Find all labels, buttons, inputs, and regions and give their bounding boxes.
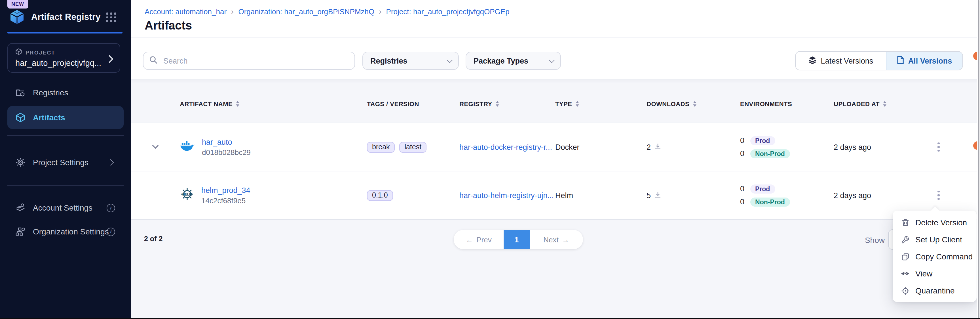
nonprod-badge: Non-Prod <box>750 149 790 158</box>
all-versions-button[interactable]: All Versions <box>886 52 963 70</box>
new-badge: NEW <box>7 0 28 8</box>
page-size-label: Show <box>860 236 885 245</box>
artifact-name-link[interactable]: helm_prod_34 <box>201 186 250 195</box>
latest-versions-button[interactable]: Latest Versions <box>796 52 886 70</box>
column-header-downloads[interactable]: DOWNLOADS <box>646 100 740 107</box>
sidebar-item-account-settings[interactable]: Account Settings i <box>7 196 124 219</box>
menu-item-copy-command[interactable]: Copy Command <box>892 248 977 265</box>
downloads-count: 2 <box>646 143 651 151</box>
environments-cell: 0 Prod 0 Non-Prod <box>740 184 834 206</box>
column-header-artifact-name[interactable]: ARTIFACT NAME <box>180 100 367 107</box>
version-chip: 0.1.0 <box>367 190 393 201</box>
package-types-filter-dropdown[interactable]: Package Types <box>466 52 561 70</box>
sort-icon[interactable] <box>575 101 579 107</box>
menu-item-view[interactable]: View <box>892 265 977 282</box>
registries-filter-dropdown[interactable]: Registries <box>363 52 459 70</box>
sort-icon[interactable] <box>236 101 239 107</box>
sort-icon[interactable] <box>693 101 696 107</box>
column-label: TYPE <box>555 100 572 107</box>
scrollbar-gutter <box>977 0 980 319</box>
search-icon <box>149 55 158 66</box>
sidebar-divider <box>7 135 124 136</box>
sidebar-item-artifacts[interactable]: Artifacts <box>7 106 124 129</box>
column-header-registry[interactable]: REGISTRY <box>460 100 555 107</box>
column-header-type[interactable]: TYPE <box>555 100 646 107</box>
breadcrumb-account-link[interactable]: Account: automation_har <box>145 7 227 16</box>
next-page-button[interactable]: Next → <box>530 230 583 249</box>
page-number-button[interactable]: 1 <box>504 230 530 249</box>
sort-icon[interactable] <box>496 101 499 107</box>
artifact-name-cell: har_auto d018b028bc29 <box>180 138 367 156</box>
column-header-environments: ENVIRONMENTS <box>740 100 834 107</box>
sidebar-item-registries[interactable]: Registries <box>7 81 124 104</box>
project-selector[interactable]: PROJECT har_auto_projectjvfgq... <box>7 43 120 73</box>
sidebar-item-label: Project Settings <box>33 158 89 167</box>
table-row: HELM helm_prod_34 14c2cf68f9e5 0.1.0 har… <box>131 171 977 219</box>
download-icon <box>654 191 661 199</box>
table-header: ARTIFACT NAME TAGS / VERSION REGISTRY TY… <box>131 85 977 123</box>
scrollbar-thumb[interactable] <box>977 0 980 319</box>
registry-link[interactable]: har-auto-docker-registry-r... <box>460 143 552 152</box>
column-header-tags-version: TAGS / VERSION <box>367 100 460 107</box>
menu-item-quarantine[interactable]: Quarantine <box>892 282 977 299</box>
uploaded-at-cell: 2 days ago <box>834 143 927 151</box>
env-count: 0 <box>740 185 745 193</box>
artifact-digest: d018b028bc29 <box>202 148 251 156</box>
sidebar-item-project-settings[interactable]: Project Settings <box>7 151 124 174</box>
pagination-summary: 2 of 2 <box>144 235 162 243</box>
breadcrumb-organization-link[interactable]: Organization: har_auto_orgBPiSNPMzhQ <box>238 7 374 16</box>
column-header-uploaded-at[interactable]: UPLOADED AT <box>834 100 927 107</box>
tag-chip: latest <box>399 142 427 152</box>
actions-cell <box>927 188 977 203</box>
registry-link[interactable]: har-auto-helm-registry-ujn... <box>460 191 554 200</box>
artifact-registry-logo-icon <box>9 9 25 25</box>
all-versions-label: All Versions <box>908 56 952 65</box>
breadcrumb-project-link[interactable]: Project: har_auto_projectjvfgqOPGEp <box>386 7 509 16</box>
arrow-left-icon: ← <box>466 235 473 244</box>
breadcrumb-separator: › <box>379 7 382 16</box>
wrench-icon <box>900 235 910 244</box>
column-label: TAGS / VERSION <box>367 100 419 107</box>
env-count: 0 <box>740 136 745 145</box>
app-grid-icon[interactable] <box>106 13 116 22</box>
actions-cell <box>927 140 977 155</box>
package-types-filter-label: Package Types <box>474 56 528 65</box>
env-count: 0 <box>740 198 745 206</box>
row-actions-menu-button[interactable] <box>932 140 945 155</box>
table-row: har_auto d018b028bc29 break latest har-a… <box>131 123 977 171</box>
sidebar-item-label: Organization Settings <box>33 227 109 236</box>
downloads-cell: 2 <box>646 143 740 151</box>
menu-item-delete-version[interactable]: Delete Version <box>892 214 977 231</box>
row-actions-context-menu: Delete Version Set Up Client Copy Comman… <box>892 211 977 302</box>
page-header-band <box>131 0 980 37</box>
sort-icon[interactable] <box>883 101 886 107</box>
menu-item-label: View <box>915 269 932 278</box>
tags-cell: 0.1.0 <box>367 190 460 201</box>
table-body: har_auto d018b028bc29 break latest har-a… <box>131 123 980 220</box>
column-label: ENVIRONMENTS <box>740 100 792 107</box>
tags-cell: break latest <box>367 142 460 152</box>
environments-cell: 0 Prod 0 Non-Prod <box>740 136 834 158</box>
menu-item-label: Set Up Client <box>915 235 962 244</box>
type-cell: Docker <box>555 143 646 151</box>
pager: ← Prev 1 Next → <box>454 230 583 249</box>
prev-page-button[interactable]: ← Prev <box>454 230 504 249</box>
menu-item-label: Quarantine <box>915 286 955 295</box>
column-label: ARTIFACT NAME <box>180 100 232 107</box>
app-logo-row: Artifact Registry <box>9 8 122 26</box>
app-title: Artifact Registry <box>31 12 101 22</box>
row-actions-menu-button[interactable] <box>932 188 945 203</box>
cube-icon <box>15 112 25 123</box>
menu-item-set-up-client[interactable]: Set Up Client <box>892 231 977 248</box>
sidebar-item-organization-settings[interactable]: Organization Settings i <box>7 220 124 243</box>
chevron-right-icon <box>107 159 114 166</box>
search-input[interactable] <box>162 56 349 65</box>
info-icon[interactable]: i <box>107 227 115 236</box>
project-label: PROJECT <box>25 49 55 55</box>
breadcrumb: Account: automation_har › Organization: … <box>145 7 509 16</box>
info-icon[interactable]: i <box>107 204 115 212</box>
main-content: Account: automation_har › Organization: … <box>131 0 980 319</box>
downloads-count: 5 <box>646 191 651 199</box>
row-expander[interactable] <box>131 145 180 149</box>
artifact-name-link[interactable]: har_auto <box>202 138 251 146</box>
